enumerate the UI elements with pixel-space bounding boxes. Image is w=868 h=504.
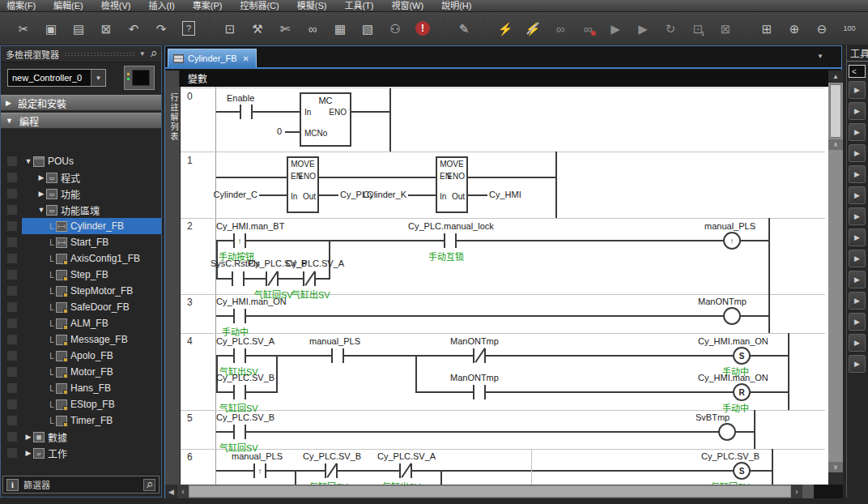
toolbox-category-expand[interactable]: ▶ <box>849 207 866 225</box>
edit-mode-button[interactable]: ✎ <box>452 17 476 40</box>
contact-rising-man-bt[interactable]: ↑ <box>233 233 246 248</box>
filter-pin-button[interactable]: ⚲ <box>143 479 155 491</box>
menu-controller[interactable]: 控制器(C) <box>240 0 279 11</box>
sync-button[interactable]: ↻ <box>658 17 683 40</box>
toolbox-category-expand[interactable]: ▶ <box>849 123 866 141</box>
tree-item-cylinder-fb[interactable]: L⊦⊣Cylinder_FB <box>1 218 161 234</box>
toolbox-category-expand[interactable]: ▶ <box>849 313 866 331</box>
pan-left-button[interactable]: ◀ <box>165 485 177 498</box>
controller-select[interactable]: new_Controller_0 ▼ <box>7 69 106 87</box>
zoom-out-button[interactable]: ⊖ <box>810 17 834 40</box>
scrollbar-thumb[interactable] <box>830 84 841 138</box>
tree-item-message-fb[interactable]: LMessage_FB <box>1 331 161 348</box>
contact-manual-lock[interactable] <box>444 233 457 248</box>
contact-nc-sv-a[interactable] <box>303 271 316 286</box>
vertical-scrollbar[interactable]: ▲ ∧ ∨ <box>828 70 843 485</box>
contact-nc-manontmp[interactable] <box>473 348 486 363</box>
contact-manual-pls[interactable] <box>331 348 344 363</box>
warning-off-button[interactable]: ⚡ <box>521 17 545 40</box>
zoom-in-button[interactable]: ⊕ <box>782 17 806 40</box>
move-function-block[interactable]: MOVE EN ENO In Out <box>436 156 468 213</box>
contact-enable[interactable] <box>240 105 253 119</box>
paste-button[interactable]: ▤ <box>66 17 91 40</box>
tree-item-pous[interactable]: ▼POUs <box>1 153 161 169</box>
filter-bar[interactable]: i 篩選器 ⚲ <box>2 476 160 493</box>
tree-item-motor-fb[interactable]: LMotor_FB <box>1 364 161 380</box>
menu-help[interactable]: 說明(H) <box>441 0 471 11</box>
toolbox-category-expand[interactable]: ▶ <box>849 250 866 267</box>
watch-table-button[interactable]: ▦ <box>328 17 352 40</box>
coil-pulse-manual-pls[interactable]: ↑ <box>723 232 741 250</box>
move-out-operand[interactable]: Cy_HMI <box>489 190 521 199</box>
scroll-right-button[interactable]: › <box>791 485 802 498</box>
rung-comment-strip[interactable]: 行註解列表 <box>165 87 181 485</box>
scrollbar-thumb[interactable] <box>189 485 791 498</box>
contact-rising-manual-pls[interactable]: ↑ <box>253 463 266 478</box>
contact-nc-sv-b[interactable] <box>325 463 338 478</box>
copy-button[interactable]: ▣ <box>39 17 63 40</box>
run-button[interactable]: ▶ <box>603 17 628 40</box>
coil-reset-man-on[interactable]: R <box>733 383 751 401</box>
monitor-error-button[interactable]: ∞ <box>576 17 600 40</box>
panel-dropdown-icon[interactable]: ▼ <box>139 50 146 58</box>
tree-item-tasks[interactable]: ▶▱工作 <box>1 445 161 461</box>
menu-file[interactable]: 檔案(F) <box>6 0 36 11</box>
scroll-left-button[interactable]: ‹ <box>177 485 189 498</box>
tree-item-alm-fb[interactable]: LALM_FB <box>1 315 161 331</box>
cut-button[interactable]: ✂ <box>11 17 36 40</box>
coil-set-sv-b[interactable]: S <box>733 462 751 480</box>
tree-item-timer-fb[interactable]: LTimer_FB <box>1 412 161 429</box>
toolbox-category-expand[interactable]: ▶ <box>849 334 866 352</box>
menu-view[interactable]: 檢視(V) <box>101 0 131 11</box>
tree-item-estop-fb[interactable]: LEStop_FB <box>1 396 161 412</box>
tree-item-hans-fb[interactable]: LHans_FB <box>1 380 161 396</box>
section-configurations[interactable]: ▶ 設定和安裝 <box>1 95 161 111</box>
mcno-value[interactable]: 0 <box>269 126 282 136</box>
move-in-operand[interactable]: Cylinder_K <box>355 190 406 199</box>
move-function-block[interactable]: MOVE EN ENO In Out <box>287 156 319 213</box>
zoom-100-button[interactable]: 100 <box>837 17 862 40</box>
offline-button[interactable]: ⊠ <box>713 17 738 40</box>
contact-nc-sv-b[interactable] <box>266 271 279 286</box>
export-button[interactable]: ⊡ <box>218 17 242 40</box>
search-button[interactable]: ⚇ <box>383 17 407 40</box>
contact-manontmp[interactable] <box>473 385 486 399</box>
toolbox-category-expand[interactable]: ▶ <box>849 81 866 99</box>
toolbox-category-expand[interactable]: ▶ <box>849 165 866 183</box>
mc-function-block[interactable]: MC In ENO MCNo <box>300 92 351 147</box>
horizontal-scrollbar[interactable]: ‹ › <box>177 485 814 498</box>
toolbox-category-expand[interactable]: ▶ <box>849 271 866 288</box>
contact-rstpls[interactable] <box>232 271 245 286</box>
tree-item-start-fb[interactable]: L⊦⊣Start_FB <box>1 234 161 250</box>
run-sync-button[interactable]: ▶ <box>631 17 655 40</box>
toolbox-category-expand[interactable]: ▶ <box>849 229 866 246</box>
undo-button[interactable]: ↶ <box>121 17 146 40</box>
menu-simulation[interactable]: 模擬(S) <box>297 0 327 11</box>
zoom-fit-button[interactable]: ⊞ <box>755 17 779 40</box>
splitter-down-button[interactable]: ∨ <box>828 462 843 472</box>
contact-nc-sv-a[interactable] <box>399 463 412 478</box>
ladder-canvas[interactable]: 行註解列表 0 Enable MC In ENO MCNo 0 <box>165 87 828 485</box>
section-programming[interactable]: ▼ 編程 <box>1 113 161 129</box>
toolbox-category-expand[interactable]: ▶ <box>849 144 866 162</box>
scroll-up-button[interactable]: ▲ <box>828 70 843 83</box>
watch-window-button[interactable]: ∞ <box>300 17 325 40</box>
warning-button[interactable]: ⚡ <box>493 17 517 40</box>
chevron-down-icon[interactable]: ▼ <box>91 70 105 86</box>
tab-list-dropdown-icon[interactable]: ▼ <box>817 53 823 60</box>
delete-button[interactable]: ⊠ <box>94 17 118 40</box>
online-button[interactable]: ⊡1 <box>686 17 710 40</box>
tree-item-data[interactable]: ▶▦數據 <box>1 429 161 445</box>
tab-cylinder-fb[interactable]: Cylinder_FB ✕ <box>168 49 257 67</box>
splitter-up-button[interactable]: ∧ <box>828 139 843 150</box>
tree-item-step-fb[interactable]: LStep_FB <box>1 267 161 283</box>
rebuild-button[interactable]: ✄ <box>273 17 297 40</box>
menu-window[interactable]: 視窗(W) <box>391 0 423 11</box>
abort-button[interactable]: ! <box>411 17 435 40</box>
coil-manontmp[interactable] <box>723 307 741 325</box>
tree-item-axisconfig1-fb[interactable]: LAxisConfig1_FB <box>1 250 161 267</box>
build-button[interactable]: ⚒ <box>245 17 270 40</box>
toolbox-search-input[interactable]: < <box>849 65 866 78</box>
variables-bar[interactable]: 變數 <box>165 70 828 87</box>
scroll-down-corner[interactable] <box>828 472 843 485</box>
